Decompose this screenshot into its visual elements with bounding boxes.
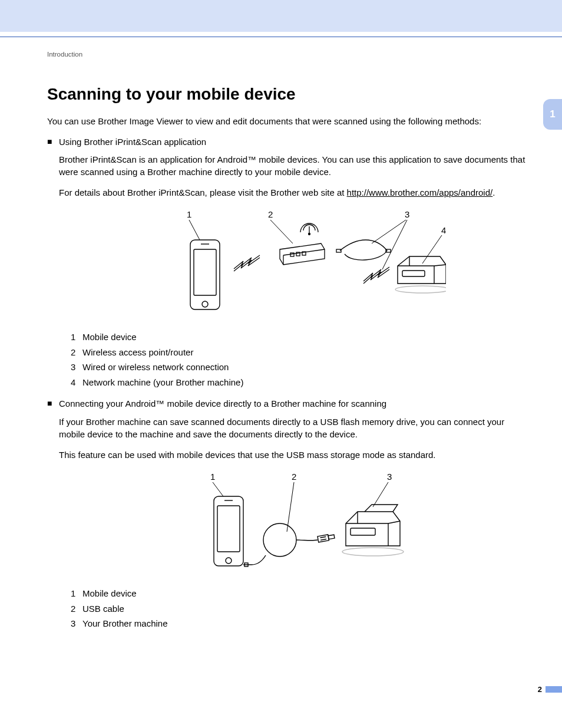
svg-rect-5 [190, 240, 220, 309]
legend-row: 4Network machine (your Brother machine) [71, 375, 527, 390]
page-number-bar [546, 686, 562, 693]
legend-text: Your Brother machine [82, 618, 168, 628]
legend-text: Wireless access point/router [82, 347, 193, 357]
printer-icon [342, 505, 404, 556]
bullet-item: ■ Using Brother iPrint&Scan application [47, 136, 527, 149]
legend-row: 3Wired or wireless network connection [71, 360, 527, 375]
legend-num: 3 [71, 616, 82, 631]
legend-row: 1Mobile device [71, 586, 527, 601]
bullet-title: Using Brother iPrint&Scan application [59, 136, 206, 149]
svg-point-34 [342, 548, 404, 556]
paragraph-text: For details about Brother iPrint&Scan, p… [59, 187, 347, 197]
bullet-body: Brother iPrint&Scan is an application fo… [59, 154, 527, 390]
svg-line-20 [213, 482, 223, 496]
legend-text: Wired or wireless network connection [82, 362, 229, 372]
legend-row: 2Wireless access point/router [71, 345, 527, 360]
legend-num: 2 [71, 601, 82, 617]
svg-rect-24 [217, 506, 240, 552]
usb-diagram: 1 2 3 [169, 469, 416, 575]
svg-point-25 [226, 558, 232, 564]
paragraph-suffix: . [492, 187, 495, 197]
phone-icon [214, 496, 243, 566]
bullet-body: If your Brother machine can save scanned… [59, 416, 527, 631]
printer-icon [395, 256, 446, 293]
svg-line-31 [320, 539, 326, 541]
legend-text: Mobile device [82, 332, 137, 342]
wireless-bolt-icon [234, 255, 260, 271]
legend-num: 1 [71, 330, 82, 345]
breadcrumb: Introduction [47, 51, 527, 58]
svg-rect-11 [290, 253, 294, 256]
paragraph: For details about Brother iPrint&Scan, p… [59, 187, 527, 199]
paragraph: Brother iPrint&Scan is an application fo… [59, 154, 527, 178]
legend-row: 1Mobile device [71, 330, 527, 345]
svg-rect-33 [351, 528, 375, 535]
svg-line-30 [320, 537, 326, 538]
figure-legend: 1Mobile device 2USB cable 3Your Brother … [71, 586, 527, 631]
chapter-tab: 1 [543, 99, 562, 130]
header-rule [0, 37, 562, 37]
legend-text: Mobile device [82, 588, 137, 598]
chapter-tab-number: 1 [550, 108, 555, 120]
callout-1: 1 [187, 209, 191, 219]
page-title: Scanning to your mobile device [47, 85, 527, 104]
page-content: Introduction Scanning to your mobile dev… [47, 51, 527, 640]
svg-point-27 [263, 523, 296, 556]
legend-num: 2 [71, 345, 82, 360]
legend-row: 2USB cable [71, 601, 527, 617]
svg-line-22 [373, 482, 388, 507]
router-icon [280, 223, 325, 265]
svg-point-19 [395, 286, 446, 293]
svg-line-0 [189, 220, 200, 240]
legend-num: 4 [71, 375, 82, 390]
svg-rect-28 [318, 535, 329, 542]
usb-cable-icon [243, 523, 335, 566]
phone-icon [190, 240, 220, 309]
cable-icon [336, 240, 391, 260]
bullet-title: Connecting your Android™ mobile device d… [59, 398, 386, 410]
svg-point-15 [309, 233, 310, 235]
callout-2: 2 [292, 472, 296, 482]
paragraph: If your Brother machine can save scanned… [59, 416, 527, 440]
legend-text: USB cable [82, 604, 124, 614]
intro-paragraph: You can use Brother Image Viewer to view… [47, 116, 527, 128]
svg-line-2 [372, 220, 406, 243]
legend-num: 1 [71, 586, 82, 601]
page-number-wrap: 2 [538, 685, 562, 694]
square-bullet-icon: ■ [47, 398, 59, 409]
callout-2: 2 [268, 209, 273, 219]
figure-legend: 1Mobile device 2Wireless access point/ro… [71, 330, 527, 390]
page-number: 2 [538, 685, 542, 694]
callout-3: 3 [387, 472, 392, 482]
callout-4: 4 [441, 225, 446, 235]
legend-text: Network machine (your Brother machine) [82, 377, 243, 387]
legend-num: 3 [71, 360, 82, 375]
svg-line-21 [287, 482, 294, 532]
svg-line-4 [422, 235, 442, 263]
legend-row: 3Your Brother machine [71, 616, 527, 631]
square-bullet-icon: ■ [47, 136, 59, 147]
svg-line-1 [270, 220, 293, 243]
header-band [0, 0, 562, 32]
wireless-diagram: 1 2 3 4 [140, 207, 446, 319]
bullet-item: ■ Connecting your Android™ mobile device… [47, 398, 527, 410]
brother-apps-link[interactable]: http://www.brother.com/apps/android/ [347, 187, 493, 197]
paragraph: This feature can be used with mobile dev… [59, 449, 527, 462]
wireless-bolt-icon [363, 267, 389, 284]
svg-rect-23 [214, 496, 243, 566]
svg-rect-6 [194, 249, 216, 295]
svg-line-10 [283, 249, 325, 255]
svg-rect-18 [402, 271, 425, 276]
svg-rect-29 [328, 535, 335, 539]
callout-3: 3 [405, 209, 409, 219]
callout-1: 1 [210, 472, 215, 482]
svg-point-7 [202, 301, 208, 307]
